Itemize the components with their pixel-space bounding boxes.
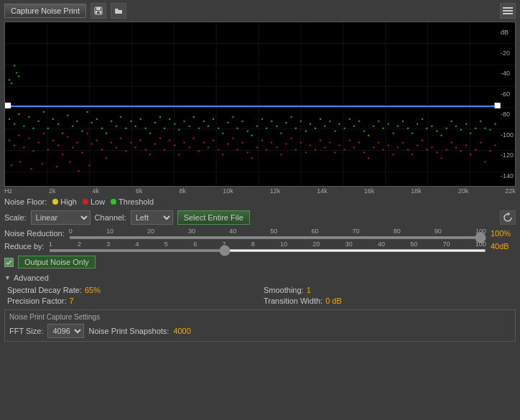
svg-rect-174 [178, 129, 180, 131]
reset-button[interactable] [500, 210, 516, 225]
svg-rect-235 [475, 128, 476, 129]
svg-rect-50 [130, 142, 131, 144]
capture-noise-print-button[interactable]: Capture Noise Print [4, 4, 86, 18]
svg-rect-224 [422, 118, 423, 120]
scale-select[interactable]: Linear Logarithmic [31, 210, 90, 225]
svg-rect-214 [373, 126, 374, 127]
svg-rect-120 [470, 154, 471, 155]
svg-rect-178 [198, 128, 200, 129]
reduce-by-slider[interactable] [49, 249, 486, 252]
svg-rect-177 [193, 116, 195, 118]
svg-rect-231 [455, 126, 457, 127]
reduce-by-row: Reduce by: 12345678102030405070100 40dB [0, 240, 520, 253]
svg-rect-124 [490, 150, 491, 151]
svg-rect-110 [422, 140, 423, 141]
svg-rect-186 [237, 128, 238, 129]
svg-rect-159 [106, 133, 107, 134]
svg-rect-93 [339, 145, 340, 146]
svg-rect-221 [407, 128, 409, 129]
precision-value: 7 [70, 297, 74, 305]
select-entire-file-button[interactable]: Select Entire File [177, 210, 250, 225]
svg-rect-86 [305, 151, 307, 153]
svg-rect-161 [116, 126, 117, 127]
svg-rect-44 [101, 149, 103, 150]
svg-rect-155 [87, 111, 88, 113]
svg-rect-201 [310, 123, 311, 125]
reduce-by-label: Reduce by: [4, 242, 45, 251]
svg-rect-123 [484, 161, 486, 162]
svg-rect-87 [310, 145, 311, 146]
svg-rect-207 [339, 123, 340, 125]
transition-value: 0 dB [325, 297, 342, 305]
svg-rect-150 [62, 133, 63, 134]
svg-rect-32 [43, 133, 45, 134]
menu-button[interactable] [500, 3, 516, 19]
svg-rect-39 [76, 142, 78, 144]
svg-rect-109 [417, 145, 418, 146]
svg-rect-230 [451, 121, 452, 122]
svg-rect-97 [358, 142, 360, 144]
svg-rect-92 [334, 151, 335, 153]
svg-rect-69 [222, 154, 223, 155]
svg-rect-164 [130, 121, 131, 122]
precision-param: Precision Factor: 7 [7, 297, 256, 305]
svg-rect-200 [305, 131, 307, 132]
svg-rect-78 [266, 149, 267, 150]
svg-rect-183 [222, 133, 223, 134]
svg-rect-206 [334, 131, 335, 132]
svg-rect-239 [495, 123, 496, 125]
svg-rect-146 [43, 111, 45, 113]
svg-rect-187 [242, 121, 243, 122]
svg-rect-227 [436, 131, 437, 132]
svg-rect-131 [69, 161, 70, 162]
svg-rect-114 [441, 157, 442, 159]
output-noise-checkbox[interactable] [4, 258, 14, 267]
svg-rect-192 [266, 128, 267, 129]
svg-rect-63 [193, 138, 195, 139]
advanced-params: Spectral Decay Rate: 65% Smoothing: 1 Pr… [0, 284, 520, 307]
svg-rect-153 [76, 121, 78, 122]
svg-rect-179 [203, 121, 205, 122]
svg-rect-25 [9, 140, 10, 141]
fft-size-select[interactable]: 512 1024 2048 4096 8192 [47, 324, 84, 338]
svg-rect-75 [251, 157, 253, 159]
svg-rect-216 [382, 128, 384, 129]
legend-low: Low [83, 197, 105, 206]
svg-rect-84 [295, 149, 297, 150]
svg-rect-156 [91, 122, 93, 123]
svg-rect-37 [67, 136, 68, 138]
svg-rect-204 [324, 126, 325, 127]
noise-reduction-slider[interactable] [69, 236, 486, 239]
smoothing-value: 1 [307, 286, 311, 294]
noise-print-section: Noise Print Capture Settings FFT Size: 5… [4, 309, 516, 342]
svg-rect-176 [189, 126, 190, 127]
db-label-minus60: -60 [501, 90, 514, 98]
svg-rect-220 [402, 121, 404, 122]
svg-rect-77 [261, 140, 263, 141]
svg-rect-33 [47, 149, 49, 150]
svg-rect-88 [315, 149, 316, 150]
advanced-section-header[interactable]: ▼ Advanced [0, 271, 520, 284]
svg-rect-157 [96, 118, 98, 120]
svg-rect-81 [280, 154, 282, 155]
svg-rect-59 [174, 145, 175, 146]
channel-select[interactable]: Left Right Stereo [131, 210, 173, 225]
svg-rect-232 [460, 129, 462, 131]
svg-rect-98 [363, 151, 365, 153]
svg-rect-122 [480, 142, 481, 144]
svg-rect-130 [56, 166, 57, 167]
open-button[interactable] [111, 3, 126, 19]
svg-rect-158 [101, 128, 103, 129]
svg-rect-66 [208, 146, 209, 148]
svg-rect-113 [436, 151, 437, 153]
svg-rect-222 [412, 133, 413, 134]
svg-rect-147 [47, 128, 49, 129]
svg-rect-138 [18, 75, 19, 77]
output-noise-label: Output Noise Only [18, 256, 96, 269]
spectral-decay-label: Spectral Decay Rate: [7, 286, 82, 294]
svg-rect-171 [164, 128, 165, 129]
svg-rect-234 [470, 133, 471, 134]
svg-rect-30 [33, 150, 34, 151]
svg-rect-194 [276, 126, 277, 127]
save-button[interactable] [90, 3, 106, 19]
